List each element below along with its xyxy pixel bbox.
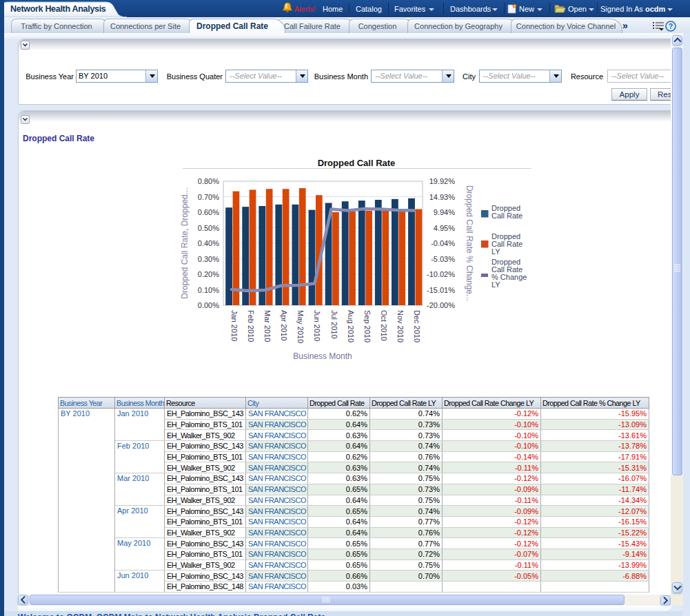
- svg-text:14.93%: 14.93%: [429, 193, 456, 201]
- svg-text:Dropped Call Rate, Dropped...: Dropped Call Rate, Dropped...: [180, 187, 190, 298]
- svg-text:Aug 2010: Aug 2010: [347, 310, 355, 342]
- svg-text:0.50%: 0.50%: [198, 224, 219, 232]
- svg-text:Mar 2010: Mar 2010: [263, 310, 272, 342]
- svg-text:Call Rate: Call Rate: [491, 212, 522, 220]
- svg-text:Oct 2010: Oct 2010: [380, 310, 388, 341]
- svg-text:-15.01%: -15.01%: [427, 286, 455, 294]
- svg-text:-0.04%: -0.04%: [431, 239, 455, 247]
- svg-text:0.10%: 0.10%: [198, 286, 219, 294]
- svg-text:4.95%: 4.95%: [434, 224, 455, 232]
- svg-text:0.70%: 0.70%: [198, 193, 219, 201]
- svg-text:Dropped Call Rate: Dropped Call Rate: [318, 158, 396, 168]
- svg-text:Feb 2010: Feb 2010: [247, 310, 255, 342]
- svg-text:19.92%: 19.92%: [429, 177, 456, 185]
- svg-text:Apr 2010: Apr 2010: [280, 310, 288, 341]
- svg-text:Dec 2010: Dec 2010: [413, 310, 421, 342]
- svg-text:9.94%: 9.94%: [434, 208, 455, 216]
- svg-text:0.80%: 0.80%: [198, 177, 219, 185]
- svg-text:May 2010: May 2010: [296, 310, 305, 343]
- svg-text:Dropped Call Rate % Change...: Dropped Call Rate % Change...: [465, 185, 474, 301]
- svg-text:Business Month: Business Month: [293, 351, 352, 361]
- svg-text:?: ?: [669, 22, 673, 30]
- svg-text:LY: LY: [491, 247, 500, 256]
- svg-text:0.40%: 0.40%: [198, 239, 219, 247]
- svg-text:-20.00%: -20.00%: [427, 301, 455, 309]
- svg-text:Nov 2010: Nov 2010: [396, 310, 405, 342]
- svg-text:-10.02%: -10.02%: [427, 270, 455, 278]
- svg-text:0.60%: 0.60%: [198, 208, 219, 216]
- svg-text:-5.03%: -5.03%: [431, 255, 455, 263]
- svg-text:Sep 2010: Sep 2010: [363, 310, 372, 342]
- svg-text:Jul 2010: Jul 2010: [330, 310, 338, 339]
- svg-text:0.00%: 0.00%: [198, 301, 219, 309]
- svg-text:Jan 2010: Jan 2010: [230, 310, 239, 341]
- svg-text:LY: LY: [491, 280, 500, 289]
- svg-text:0.20%: 0.20%: [198, 270, 219, 278]
- svg-text:0.30%: 0.30%: [198, 255, 219, 263]
- svg-text:Jun 2010: Jun 2010: [313, 310, 321, 341]
